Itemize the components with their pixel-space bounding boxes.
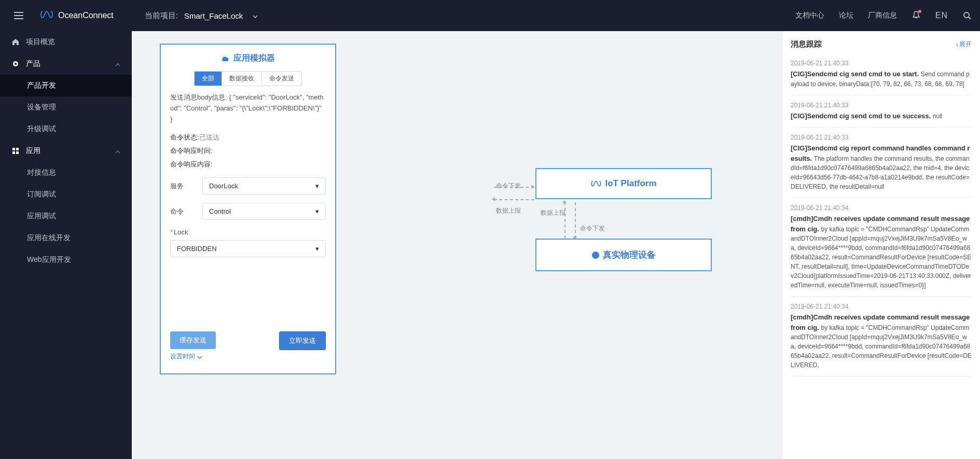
- notifications-button[interactable]: [912, 10, 921, 21]
- response-time-row: 命令响应时间:: [170, 146, 326, 156]
- svg-rect-5: [12, 151, 15, 154]
- log-timestamp: 2019-06-21 21:40:33: [791, 102, 972, 109]
- command-status-row: 命令状态:已送达: [170, 133, 326, 142]
- command-value: Control: [209, 207, 231, 215]
- log-body: The platform handles the command results…: [791, 155, 970, 191]
- status-value: 已送达: [199, 133, 219, 141]
- log-item[interactable]: 2019-06-21 21:40:33[CIG]Sendcmd cig send…: [791, 95, 972, 128]
- caret-down-icon: ▾: [315, 207, 319, 215]
- label-cmd-send-mid: 命令下发: [580, 224, 605, 233]
- sidebar-label: 对接信息: [27, 168, 56, 177]
- sidebar-label: 产品开发: [27, 81, 56, 90]
- sidebar-item-web-dev[interactable]: Web应用开发: [0, 249, 132, 271]
- sidebar-group-product[interactable]: 产品: [0, 53, 132, 75]
- oceanconnect-icon: [39, 10, 54, 21]
- trace-title: 消息跟踪: [791, 39, 822, 49]
- chevron-up-icon: [115, 60, 120, 68]
- status-label: 命令状态:: [170, 133, 199, 141]
- sidebar-label: Web应用开发: [27, 255, 71, 265]
- tab-receive[interactable]: 数据接收: [222, 72, 262, 86]
- svg-rect-6: [16, 151, 19, 154]
- label-cmd-send-left: 命令下发: [496, 182, 521, 190]
- arrow-dashed: [494, 187, 534, 188]
- top-bar: OceanConnect 当前项目: Smart_FaceLock 文档中心 论…: [0, 0, 980, 31]
- sidebar-label: 订阅调试: [27, 190, 56, 199]
- lock-select[interactable]: FORBIDDEN ▾: [170, 240, 326, 257]
- message-trace-panel: 消息跟踪 ‹ 展开 2019-06-21 21:40:33[CIG]Sendcm…: [782, 31, 980, 459]
- lock-label: Lock: [170, 228, 326, 236]
- log-item[interactable]: 2019-06-21 21:40:33[CIG]Sendcmd cig repo…: [791, 128, 972, 198]
- message-body-info: 发送消息body信息: { "serviceId": "DoorLock", "…: [170, 92, 326, 124]
- chevron-down-icon: [197, 353, 202, 360]
- sidebar-item-upgrade-debug[interactable]: 升级调试: [0, 118, 132, 140]
- log-timestamp: 2019-06-21 21:40:34: [791, 204, 972, 212]
- tab-all[interactable]: 全部: [195, 72, 222, 86]
- log-timestamp: 2019-06-21 21:40:34: [791, 303, 972, 310]
- log-list: 2019-06-21 21:40:33[CIG]Sendcmd cig send…: [791, 53, 972, 377]
- project-selector[interactable]: 当前项目: Smart_FaceLock: [145, 11, 259, 21]
- sidebar-item-product-dev[interactable]: 产品开发: [0, 75, 132, 96]
- brand-logo[interactable]: OceanConnect: [39, 10, 114, 21]
- arrowhead-icon: [531, 185, 534, 189]
- time-setting-link[interactable]: 设置时间: [170, 352, 216, 361]
- search-button[interactable]: [962, 11, 972, 20]
- device-icon: [591, 251, 600, 259]
- send-now-button[interactable]: 立即发送: [279, 331, 326, 350]
- log-item[interactable]: 2019-06-21 21:40:33[CIG]Sendcmd cig send…: [791, 53, 972, 95]
- command-row: 命令 Control ▾: [170, 203, 326, 220]
- cloud-icon: [221, 55, 230, 62]
- arrow-dashed: [564, 202, 565, 239]
- nav-docs[interactable]: 文档中心: [795, 11, 824, 20]
- service-select[interactable]: DoorLock ▾: [202, 177, 326, 194]
- nav-forum[interactable]: 论坛: [839, 11, 853, 20]
- language-toggle[interactable]: EN: [935, 11, 948, 20]
- sidebar-label: 应用调试: [27, 212, 56, 221]
- sidebar-label: 产品: [26, 59, 40, 68]
- sidebar-group-app[interactable]: 应用: [0, 140, 132, 162]
- app-icon: [11, 147, 20, 155]
- trace-expand-label: 展开: [959, 40, 972, 49]
- command-select[interactable]: Control ▾: [202, 203, 326, 220]
- sidebar-item-app-debug[interactable]: 应用调试: [0, 205, 132, 227]
- brand-name: OceanConnect: [58, 11, 114, 20]
- log-item[interactable]: 2019-06-21 21:40:34[cmdh]Cmdh receives u…: [791, 297, 972, 377]
- sidebar-item-sub-debug[interactable]: 订阅调试: [0, 184, 132, 205]
- arrowhead-icon: [492, 197, 495, 201]
- sidebar-label: 应用: [26, 146, 40, 156]
- svg-point-0: [964, 12, 969, 18]
- sidebar-item-overview[interactable]: 项目概览: [0, 31, 132, 53]
- service-label: 服务: [170, 182, 197, 191]
- log-item[interactable]: 2019-06-21 21:40:34[cmdh]Cmdh receives u…: [791, 198, 972, 297]
- app-simulator-panel: 应用模拟器 全部 数据接收 命令发送 发送消息body信息: { "servic…: [160, 44, 336, 374]
- sidebar-label: 设备管理: [27, 103, 56, 112]
- service-row: 服务 DoorLock ▾: [170, 177, 326, 194]
- tab-send[interactable]: 命令发送: [262, 72, 301, 86]
- arrow-dashed: [494, 199, 534, 200]
- chevron-down-icon: [252, 11, 258, 20]
- sidebar-item-device-mgmt[interactable]: 设备管理: [0, 96, 132, 118]
- cache-send-button[interactable]: 缓存发送: [170, 331, 216, 349]
- arrow-dashed: [575, 202, 576, 239]
- label-data-report-mid: 数据上报: [541, 208, 565, 217]
- log-title: [CIG]Sendcmd cig send cmd to ue start.: [791, 70, 921, 78]
- menu-toggle-button[interactable]: [8, 12, 29, 19]
- sidebar-label: 升级调试: [27, 124, 56, 134]
- sidebar-item-conn-info[interactable]: 对接信息: [0, 162, 132, 184]
- project-label: 当前项目:: [145, 11, 178, 21]
- sidebar-item-online-dev[interactable]: 应用在线开发: [0, 227, 132, 249]
- main-content: 应用模拟器 全部 数据接收 命令发送 发送消息body信息: { "servic…: [132, 31, 980, 459]
- sidebar: 项目概览 产品 产品开发 设备管理 升级调试: [0, 31, 132, 459]
- label-data-report-left: 数据上报: [496, 206, 521, 215]
- svg-point-7: [592, 252, 599, 259]
- nav-vendor[interactable]: 厂商信息: [868, 11, 897, 20]
- time-setting-label: 设置时间: [170, 352, 195, 361]
- platform-icon: [590, 179, 602, 188]
- product-icon: [11, 60, 20, 67]
- trace-expand-button[interactable]: ‹ 展开: [956, 40, 972, 49]
- svg-point-2: [15, 63, 17, 65]
- response-content-row: 命令响应内容:: [170, 160, 326, 169]
- chevron-left-icon: ‹: [956, 41, 958, 48]
- lock-value: FORBIDDEN: [177, 245, 217, 253]
- log-body: null: [933, 113, 943, 120]
- chevron-up-icon: [115, 147, 120, 155]
